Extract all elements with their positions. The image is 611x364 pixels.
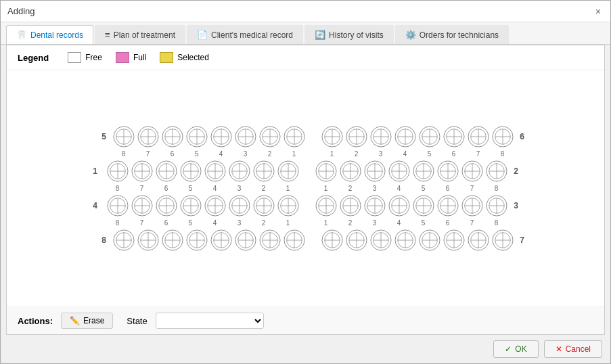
- tooth-46[interactable]: [154, 194, 179, 218]
- tooth-52[interactable]: [136, 124, 160, 149]
- tooth-67[interactable]: [466, 124, 491, 149]
- legend-selected: Selected: [160, 52, 209, 63]
- label-3: 3: [363, 219, 387, 227]
- tooth-32[interactable]: [338, 194, 363, 218]
- tab-orders[interactable]: ⚙️ Orders for technicians: [395, 25, 509, 44]
- quadrant-label-2: 2: [509, 166, 524, 176]
- tooth-25[interactable]: [411, 159, 436, 183]
- tooth-84[interactable]: [185, 228, 209, 252]
- erase-icon: ✏️: [70, 316, 80, 325]
- tooth-73[interactable]: [369, 228, 393, 252]
- label-5: 5: [417, 150, 442, 158]
- tab-plan[interactable]: ≡ Plan of treatment: [95, 25, 185, 44]
- tooth-36[interactable]: [436, 194, 460, 218]
- tooth-27[interactable]: [460, 159, 484, 183]
- cancel-label: Cancel: [566, 344, 591, 354]
- tooth-86[interactable]: [233, 228, 258, 252]
- tooth-41[interactable]: [276, 194, 300, 218]
- main-content: Legend Free Full Selected 5: [6, 45, 605, 335]
- tooth-56[interactable]: [233, 124, 258, 149]
- label-8: 8: [112, 150, 136, 158]
- tooth-44[interactable]: [203, 194, 227, 218]
- tooth-61[interactable]: [320, 124, 344, 149]
- tooth-57[interactable]: [258, 124, 282, 149]
- tooth-48[interactable]: [106, 194, 130, 218]
- label-4: 4: [203, 219, 227, 227]
- tooth-55[interactable]: [209, 124, 233, 149]
- tooth-33[interactable]: [363, 194, 387, 218]
- tooth-63[interactable]: [369, 124, 393, 149]
- dialog: Adding × 🦷 Dental records ≡ Plan of trea…: [0, 0, 611, 364]
- teeth-area: 5: [7, 70, 604, 306]
- tooth-22[interactable]: [338, 159, 363, 183]
- tooth-43[interactable]: [227, 194, 252, 218]
- legend-bar: Legend Free Full Selected: [7, 45, 604, 70]
- tooth-37[interactable]: [460, 194, 484, 218]
- tooth-64[interactable]: [393, 124, 417, 149]
- label-3: 3: [233, 150, 258, 158]
- tooth-66[interactable]: [442, 124, 466, 149]
- tooth-81[interactable]: [112, 228, 136, 252]
- tooth-13[interactable]: [227, 159, 252, 183]
- tooth-82[interactable]: [136, 228, 160, 252]
- label-6: 6: [436, 219, 460, 227]
- tabs-container: 🦷 Dental records ≡ Plan of treatment 📄 C…: [1, 22, 610, 45]
- ok-button[interactable]: ✓ OK: [493, 340, 538, 358]
- tooth-78[interactable]: [491, 228, 515, 252]
- tooth-83[interactable]: [160, 228, 185, 252]
- tooth-17[interactable]: [130, 159, 154, 183]
- tooth-24[interactable]: [387, 159, 411, 183]
- tab-history[interactable]: 🔄 History of visits: [304, 25, 394, 44]
- free-swatch: [68, 52, 81, 63]
- ok-icon: ✓: [505, 344, 512, 354]
- erase-label: Erase: [83, 316, 104, 325]
- tooth-47[interactable]: [130, 194, 154, 218]
- close-button[interactable]: ×: [593, 6, 604, 17]
- quadrant-label-4: 4: [88, 201, 103, 210]
- label-6: 6: [154, 219, 179, 227]
- tooth-71[interactable]: [320, 228, 344, 252]
- tooth-88[interactable]: [282, 228, 307, 252]
- tooth-14[interactable]: [203, 159, 227, 183]
- tooth-68[interactable]: [491, 124, 515, 149]
- tooth-62[interactable]: [344, 124, 369, 149]
- tooth-65[interactable]: [417, 124, 442, 149]
- label-5: 5: [411, 219, 436, 227]
- tooth-72[interactable]: [344, 228, 369, 252]
- tooth-76[interactable]: [442, 228, 466, 252]
- tooth-23[interactable]: [363, 159, 387, 183]
- tooth-34[interactable]: [387, 194, 411, 218]
- tooth-18[interactable]: [106, 159, 130, 183]
- tooth-51[interactable]: [112, 124, 136, 149]
- tooth-53[interactable]: [160, 124, 185, 149]
- tab-dental[interactable]: 🦷 Dental records: [6, 25, 93, 44]
- tab-medical[interactable]: 📄 Client's medical record: [187, 25, 303, 44]
- tooth-15[interactable]: [179, 159, 203, 183]
- tooth-31[interactable]: [314, 194, 338, 218]
- tooth-11[interactable]: [276, 159, 300, 183]
- cancel-button[interactable]: ✕ Cancel: [544, 340, 602, 358]
- label-3: 3: [363, 185, 387, 192]
- tooth-77[interactable]: [466, 228, 491, 252]
- state-select[interactable]: [156, 313, 264, 329]
- tooth-74[interactable]: [393, 228, 417, 252]
- tooth-26[interactable]: [436, 159, 460, 183]
- tooth-38[interactable]: [484, 194, 509, 218]
- legend-free: Free: [68, 52, 102, 63]
- tooth-85[interactable]: [209, 228, 233, 252]
- tooth-16[interactable]: [154, 159, 179, 183]
- tooth-35[interactable]: [411, 194, 436, 218]
- history-icon: 🔄: [315, 30, 325, 40]
- tooth-54[interactable]: [185, 124, 209, 149]
- tooth-42[interactable]: [252, 194, 276, 218]
- state-label: State: [127, 316, 147, 326]
- tooth-58[interactable]: [282, 124, 307, 149]
- tooth-45[interactable]: [179, 194, 203, 218]
- tooth-75[interactable]: [417, 228, 442, 252]
- tooth-12[interactable]: [252, 159, 276, 183]
- label-6: 6: [154, 185, 179, 192]
- tooth-28[interactable]: [484, 159, 509, 183]
- tooth-87[interactable]: [258, 228, 282, 252]
- erase-button[interactable]: ✏️ Erase: [61, 313, 113, 329]
- tooth-21[interactable]: [314, 159, 338, 183]
